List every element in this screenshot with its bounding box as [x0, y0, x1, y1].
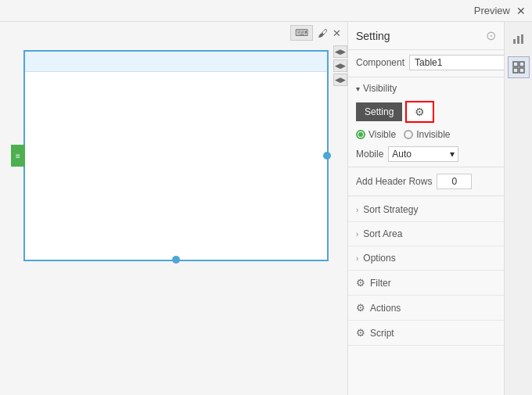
gear-tab[interactable]: ⚙ [405, 101, 434, 123]
section-sort-area[interactable]: › Sort Area [348, 222, 504, 246]
section-actions[interactable]: ⚙ Actions [348, 296, 504, 321]
svg-rect-4 [519, 62, 524, 66]
mobile-label: Mobile [356, 149, 383, 160]
canvas-area: ⌨ 🖌 ✕ ◀▶ ◀▶ ◀▶ [0, 22, 347, 395]
section-options[interactable]: › Options [348, 246, 504, 271]
scroll-right-3[interactable]: ◀▶ [333, 74, 347, 86]
svg-rect-2 [521, 34, 523, 44]
invisible-radio[interactable] [404, 130, 413, 139]
visibility-label: Visibility [363, 83, 397, 94]
mobile-row: Mobile Auto ▾ [348, 143, 504, 165]
svg-rect-6 [519, 68, 524, 73]
component-row: Component [348, 50, 504, 75]
grid-icon-button[interactable] [508, 56, 530, 78]
section-script[interactable]: ⚙ Script [348, 321, 504, 346]
panel-title: Setting [356, 30, 390, 42]
main-area: ⌨ 🖌 ✕ ◀▶ ◀▶ ◀▶ [0, 22, 532, 395]
table-indicator: ≡ [11, 145, 25, 167]
table-header [25, 52, 327, 72]
tab-buttons: Setting ⚙ [348, 98, 504, 126]
panel-forward-icon[interactable]: ⊙ [486, 28, 496, 43]
section-label: Options [363, 253, 395, 264]
section-chevron: › [356, 254, 358, 263]
section-filter[interactable]: ⚙ Filter [348, 271, 504, 296]
visibility-chevron: ▾ [356, 84, 360, 93]
gear-icon: ⚙ [415, 106, 425, 118]
invisible-label: Invisible [416, 129, 450, 140]
visible-radio[interactable] [356, 130, 365, 139]
section-label: Script [370, 328, 394, 339]
svg-rect-5 [513, 68, 518, 73]
top-bar: Preview ✕ [0, 0, 532, 22]
mobile-chevron: ▾ [450, 149, 455, 160]
canvas-toolbar: ⌨ 🖌 ✕ [0, 22, 347, 44]
section-gear-icon: ⚙ [356, 302, 365, 314]
resize-handle-right[interactable] [323, 152, 331, 160]
svg-rect-0 [513, 39, 516, 44]
divider-2 [348, 167, 504, 167]
invisible-option[interactable]: Invisible [404, 129, 450, 140]
component-input[interactable] [409, 55, 504, 70]
section-chevron: › [356, 206, 358, 214]
section-label: Sort Strategy [363, 204, 418, 215]
svg-rect-1 [517, 36, 519, 44]
header-rows-row: Add Header Rows [348, 169, 504, 194]
section-sort-strategy[interactable]: › Sort Strategy [348, 198, 504, 222]
chart-icon [512, 33, 525, 45]
header-rows-label: Add Header Rows [356, 176, 432, 187]
section-label: Sort Area [363, 228, 402, 239]
divider-3 [348, 196, 504, 196]
settings-panel: Setting ⊙ Component ▾ Visibility Setting… [347, 22, 504, 395]
section-label: Filter [370, 278, 391, 289]
setting-tab[interactable]: Setting [356, 102, 402, 121]
visibility-row: Visible Invisible [348, 126, 504, 143]
panel-header: Setting ⊙ [348, 22, 504, 50]
visible-option[interactable]: Visible [356, 129, 396, 140]
section-gear-icon: ⚙ [356, 327, 365, 339]
top-close-button[interactable]: ✕ [516, 5, 526, 17]
code-icon[interactable]: ⌨ [290, 25, 313, 41]
section-chevron: › [356, 230, 358, 239]
component-label: Component [356, 57, 404, 68]
divider-1 [348, 77, 504, 77]
section-label: Actions [370, 303, 401, 314]
svg-rect-3 [513, 62, 518, 66]
table-component: ≡ [23, 50, 329, 261]
resize-handle-bottom[interactable] [172, 256, 180, 264]
canvas-close-icon[interactable]: ✕ [332, 27, 341, 39]
scroll-right-2[interactable]: ◀▶ [333, 59, 347, 72]
scroll-right-1[interactable]: ◀▶ [333, 45, 347, 58]
paint-icon[interactable]: 🖌 [318, 27, 328, 39]
section-gear-icon: ⚙ [356, 277, 365, 289]
sections-container: › Sort Strategy › Sort Area › Options ⚙ … [348, 198, 504, 346]
mobile-select[interactable]: Auto ▾ [388, 146, 458, 162]
preview-label: Preview [474, 5, 510, 16]
header-rows-input[interactable] [437, 174, 472, 189]
visibility-section-header[interactable]: ▾ Visibility [348, 79, 504, 98]
chart-icon-button[interactable] [508, 28, 530, 50]
grid-icon [512, 61, 525, 74]
icon-bar [504, 22, 532, 395]
visible-label: Visible [368, 129, 396, 140]
mobile-value: Auto [392, 149, 412, 160]
